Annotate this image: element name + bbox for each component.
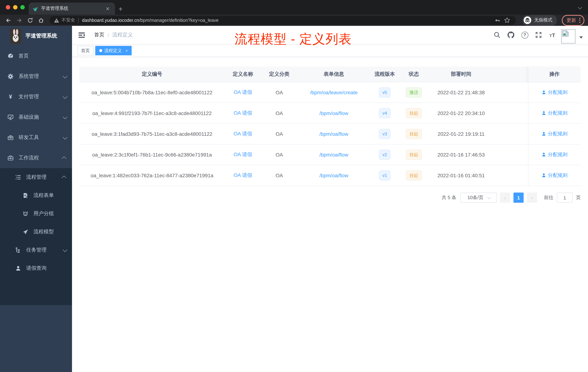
definition-name-link[interactable]: OA 请假 <box>234 172 252 178</box>
definition-name-link[interactable]: OA 请假 <box>234 131 252 136</box>
sidebar-item-process-form[interactable]: 流程表单 <box>0 186 72 205</box>
sidebar-item-devtools[interactable]: 研发工具 <box>0 127 72 148</box>
assign-rule-link[interactable]: 分配规则 <box>541 131 568 137</box>
omnibox[interactable]: 不安全 dashboard.yudao.iocoder.cn/bpm/manag… <box>50 16 516 25</box>
window-minimize-button[interactable] <box>13 5 17 10</box>
tree-list-icon <box>15 174 21 180</box>
tab-search-chevron-icon[interactable] <box>578 4 582 7</box>
browser-tab[interactable]: 芋道管理系统 ✕ <box>29 2 115 15</box>
status-badge: 挂起 <box>406 108 422 118</box>
tag-home[interactable]: 首页 <box>77 46 94 55</box>
definition-name-link[interactable]: OA 请假 <box>234 89 252 95</box>
version-badge[interactable]: v1 <box>379 170 390 181</box>
table-header-row: 定义编号 定义名称 定义分类 表单信息 流程版本 状态 部署时间 操作 <box>79 67 581 82</box>
reload-button[interactable] <box>25 15 35 25</box>
version-badge[interactable]: v2 <box>379 150 390 160</box>
breadcrumb-current: 流程定义 <box>112 32 133 38</box>
page-number-button[interactable]: 1 <box>514 193 524 203</box>
new-tab-button[interactable]: + <box>118 5 123 12</box>
assign-rule-link[interactable]: 分配规则 <box>541 152 568 158</box>
avatar[interactable] <box>561 29 576 44</box>
col-deploy-time: 部署时间 <box>428 67 494 82</box>
sidebar-item-process-mgmt[interactable]: 流程管理 <box>0 168 72 186</box>
avatar-caret-icon[interactable] <box>579 36 583 39</box>
incognito-badge: 无痕模式 <box>523 15 557 26</box>
col-definition-name: 定义名称 <box>225 67 261 82</box>
form-info-link[interactable]: /bpm/oa/flow <box>319 131 348 137</box>
definition-category-cell: OA <box>261 165 297 186</box>
sidebar-logo[interactable]: 芋道管理系统 <box>0 26 72 46</box>
home-button[interactable] <box>36 15 46 25</box>
col-filler <box>494 67 528 82</box>
chevron-down-icon <box>63 94 67 98</box>
user-icon <box>541 111 546 116</box>
tab-title: 芋道管理系统 <box>41 5 104 12</box>
hamburger-icon[interactable] <box>79 32 85 38</box>
form-info-link[interactable]: /bpm/oa/flow <box>319 173 348 178</box>
update-button[interactable]: 更新 <box>562 15 584 26</box>
sidebar-item-payment[interactable]: ¥ 支付管理 <box>0 87 72 107</box>
form-info-link[interactable]: /bpm/oa/leave/create <box>310 89 358 95</box>
user-icon <box>541 131 546 136</box>
definition-category-cell: OA <box>261 103 297 124</box>
user-icon <box>541 173 546 178</box>
tag-process-definition[interactable]: 流程定义 × <box>95 46 132 55</box>
security-label: 不安全 <box>62 17 75 23</box>
breadcrumb-home[interactable]: 首页 <box>94 32 104 38</box>
key-icon[interactable] <box>493 15 502 25</box>
bookmark-star-icon[interactable] <box>502 15 512 25</box>
incognito-label: 无痕模式 <box>534 17 552 23</box>
filler-cell <box>494 82 528 103</box>
page-unit-label: 页 <box>576 194 581 201</box>
definition-name-link[interactable]: OA 请假 <box>234 110 252 116</box>
table-row: oa_leave:2:3c1f0ef1-76b1-11ec-9c66-a2380… <box>79 144 581 165</box>
sidebar-item-workflow[interactable]: 工作流程 <box>0 148 72 168</box>
tab-close-button[interactable]: ✕ <box>104 5 111 12</box>
window-close-button[interactable] <box>6 5 10 10</box>
sidebar-item-leave-query[interactable]: 请假查询 <box>0 259 72 277</box>
col-status: 状态 <box>399 67 428 82</box>
briefcase-icon <box>8 155 13 161</box>
definition-id-cell: oa_leave:3:1fad3d93-7b75-11ec-a3c8-acde4… <box>79 124 225 144</box>
version-badge[interactable]: v3 <box>379 129 390 139</box>
sidebar-item-process-model[interactable]: 流程模型 <box>0 223 72 241</box>
status-badge: 激活 <box>406 87 422 98</box>
help-icon[interactable]: ? <box>520 30 530 40</box>
page-size-select[interactable]: 10条/页 <box>460 193 497 203</box>
fullscreen-icon[interactable] <box>534 30 544 40</box>
github-icon[interactable] <box>506 30 516 40</box>
table-body: oa_leave:5:004b710b-7b8a-11ec-8ef0-acde4… <box>79 82 581 186</box>
font-size-icon[interactable]: TT <box>547 30 557 40</box>
assign-rule-link[interactable]: 分配规则 <box>541 110 568 117</box>
version-badge[interactable]: v5 <box>379 87 390 98</box>
assign-rule-link[interactable]: 分配规则 <box>541 172 568 179</box>
sidebar-item-system[interactable]: 系统管理 <box>0 66 72 87</box>
tag-close-icon[interactable]: × <box>126 48 128 53</box>
forward-button[interactable] <box>15 15 24 25</box>
sidebar-item-task-mgmt[interactable]: 任务管理 <box>0 241 72 259</box>
goto-page-input[interactable] <box>557 193 573 203</box>
prev-page-button[interactable]: ‹ <box>500 193 510 203</box>
status-badge: 挂起 <box>406 170 422 181</box>
table-row: oa_leave:5:004b710b-7b8a-11ec-8ef0-acde4… <box>79 82 581 103</box>
sidebar-item-home[interactable]: 首页 <box>0 46 72 66</box>
tag-active-dot <box>99 49 102 52</box>
next-page-button[interactable]: › <box>527 193 537 203</box>
toolbox-icon <box>8 135 13 141</box>
sidebar-item-user-group[interactable]: 用户分组 <box>0 205 72 223</box>
deploy-time-cell: 2022-01-22 21:48:38 <box>428 82 494 103</box>
chevron-down-icon <box>63 247 67 252</box>
definition-name-link[interactable]: OA 请假 <box>234 152 252 157</box>
version-badge[interactable]: v4 <box>379 108 390 118</box>
assign-rule-link[interactable]: 分配规则 <box>541 89 568 96</box>
form-info-link[interactable]: /bpm/oa/flow <box>319 110 348 116</box>
sidebar-item-infra[interactable]: 基础设施 <box>0 107 72 127</box>
window-zoom-button[interactable] <box>20 5 25 10</box>
form-info-link[interactable]: /bpm/oa/flow <box>319 152 348 158</box>
browser-menu-icon[interactable] <box>579 18 580 23</box>
app-title: 芋道管理系统 <box>25 33 57 39</box>
screen: 芋道管理系统 ✕ + 不安全 dashboard.yudao.iocoder.c… <box>0 0 588 372</box>
back-button[interactable] <box>4 15 13 25</box>
search-icon[interactable] <box>492 30 502 40</box>
annotation-title: 流程模型 - 定义列表 <box>235 31 352 48</box>
